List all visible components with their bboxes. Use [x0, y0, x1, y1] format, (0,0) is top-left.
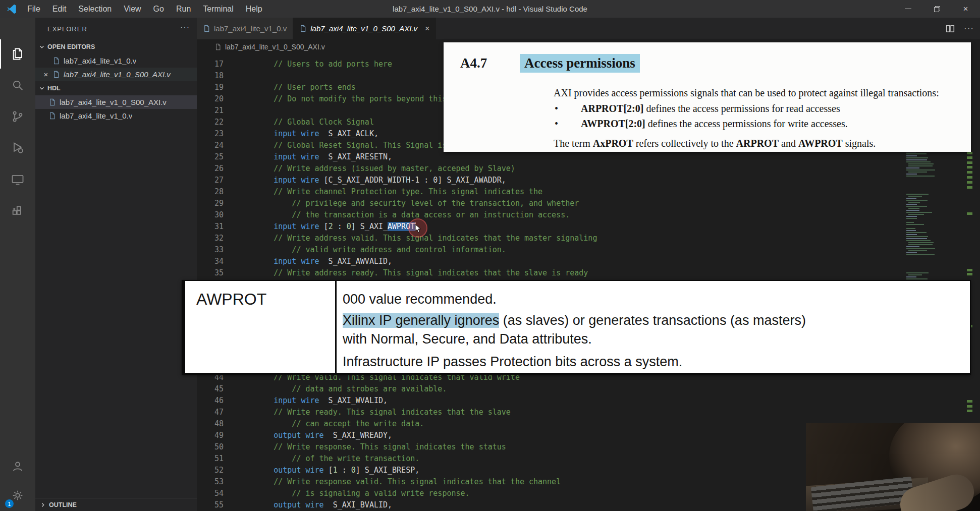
file-icon — [48, 112, 56, 120]
account-icon[interactable] — [0, 451, 35, 481]
close-tab-icon[interactable]: × — [425, 24, 429, 33]
chevron-down-icon — [38, 85, 45, 92]
chevron-right-icon — [39, 501, 46, 508]
tab-s00-axi[interactable]: lab7_axi4_lite_v1_0_S00_AXI.v × — [293, 18, 436, 39]
table-line-1: 000 value recommended. — [343, 292, 497, 307]
open-editor-item-active[interactable]: × lab7_axi4_lite_v1_0_S00_AXI.v — [35, 68, 197, 81]
tree-item-s00-axi[interactable]: lab7_axi4_lite_v1_0_S00_AXI.v — [35, 95, 197, 109]
open-editor-item[interactable]: lab7_axi4_lite_v1_0.v — [35, 54, 197, 68]
table-divider — [335, 281, 337, 373]
code-line[interactable]: 33 // valid write address and control in… — [197, 244, 980, 256]
cursor-arrow-icon — [415, 224, 423, 233]
code-line[interactable]: 25 input wire S_AXI_ARESETN, — [197, 151, 980, 163]
awprot-table-overlay: AWPROT 000 value recommended. Xilinx IP … — [182, 280, 971, 375]
mouse-cursor — [408, 218, 427, 238]
settings-gear-icon[interactable]: 1 — [0, 481, 35, 510]
menu-help[interactable]: Help — [240, 0, 268, 18]
extensions-icon[interactable] — [0, 197, 35, 226]
menu-run[interactable]: Run — [170, 0, 197, 18]
menubar: File Edit Selection View Go Run Terminal… — [21, 0, 268, 18]
search-icon[interactable] — [0, 71, 35, 100]
code-line[interactable]: 27 input wire [C_S_AXI_ADDR_WIDTH-1 : 0]… — [197, 175, 980, 186]
file-icon — [203, 25, 210, 32]
code-line[interactable]: 28 // Write channel Protection type. Thi… — [197, 186, 980, 198]
file-icon — [52, 71, 60, 78]
close-editor-icon[interactable]: × — [39, 70, 52, 79]
remote-explorer-icon[interactable] — [0, 165, 35, 194]
code-line[interactable]: 31 input wire [2 : 0] S_AXI_AWPROT, — [197, 221, 980, 233]
doc-bullet: •ARPROT[2:0] defines the access permissi… — [555, 103, 840, 115]
code-line[interactable]: 45 // data and strobes are available. — [197, 383, 980, 395]
minimize-button[interactable] — [894, 0, 922, 18]
webcam-overlay — [806, 423, 980, 511]
table-line-2: Xilinx IP generally ignores (as slaves) … — [343, 313, 806, 328]
menu-file[interactable]: File — [21, 0, 46, 18]
outline-section[interactable]: OUTLINE — [35, 498, 197, 511]
doc-intro-text: AXI provides access permissions signals … — [554, 87, 939, 99]
doc-section-number: A4.7 — [460, 55, 487, 71]
file-icon — [48, 98, 56, 106]
doc-footer-text: The term AxPROT refers collectively to t… — [554, 138, 876, 149]
code-line[interactable]: 29 // privilege and security level of th… — [197, 198, 980, 209]
source-control-icon[interactable] — [0, 102, 35, 131]
tab-bar: lab7_axi4_lite_v1_0.v lab7_axi4_lite_v1_… — [197, 18, 980, 39]
run-debug-icon[interactable] — [0, 133, 35, 162]
menu-view[interactable]: View — [118, 0, 147, 18]
code-line[interactable]: 47 // Write ready. This signal indicates… — [197, 407, 980, 418]
split-editor-icon[interactable] — [946, 24, 955, 33]
code-line[interactable]: 32 // Write address valid. This signal i… — [197, 233, 980, 244]
settings-badge: 1 — [5, 499, 14, 508]
sidebar-title: EXPLORER — [47, 25, 87, 40]
folder-hdl-section[interactable]: HDL — [35, 81, 197, 95]
code-line[interactable]: 35 // Write address ready. This signal i… — [197, 267, 980, 279]
table-signal-name: AWPROT — [196, 290, 266, 309]
activity-bar: 1 — [0, 18, 35, 511]
file-icon — [299, 25, 307, 32]
titlebar: File Edit Selection View Go Run Terminal… — [0, 0, 980, 18]
menu-edit[interactable]: Edit — [46, 0, 73, 18]
tree-item-top[interactable]: lab7_axi4_lite_v1_0.v — [35, 109, 197, 123]
spec-doc-overlay: A4.7 Access permissions AXI provides acc… — [444, 42, 971, 152]
explorer-actions-icon[interactable]: ··· — [180, 23, 190, 40]
restore-button[interactable] — [922, 0, 951, 18]
editor-more-actions-icon[interactable]: ··· — [964, 24, 974, 34]
vscode-window: File Edit Selection View Go Run Terminal… — [0, 0, 980, 511]
chevron-down-icon — [38, 43, 45, 50]
menu-selection[interactable]: Selection — [72, 0, 118, 18]
vscode-logo-icon — [6, 4, 17, 15]
table-highlighted-text: Xilinx IP generally ignores — [343, 313, 499, 328]
close-button[interactable]: × — [951, 0, 980, 18]
file-icon — [52, 57, 60, 65]
code-line[interactable]: 34 input wire S_AXI_AWVALID, — [197, 256, 980, 267]
code-line[interactable]: 46 input wire S_AXI_WVALID, — [197, 395, 980, 407]
menu-go[interactable]: Go — [147, 0, 170, 18]
code-line[interactable]: 30 // the transaction is a data access o… — [197, 209, 980, 221]
explorer-icon[interactable] — [0, 39, 35, 69]
window-controls: × — [894, 0, 980, 18]
tab-lab7-top[interactable]: lab7_axi4_lite_v1_0.v — [197, 18, 293, 39]
menu-terminal[interactable]: Terminal — [197, 0, 239, 18]
table-line-3: with Normal, Secure, and Data attributes… — [343, 331, 592, 347]
doc-heading-highlighted: Access permissions — [520, 54, 640, 73]
explorer-sidebar: EXPLORER ··· OPEN EDITORS lab7_axi4_lite… — [35, 18, 197, 511]
doc-bullet: •AWPROT[2:0] defines the access permissi… — [555, 118, 848, 130]
open-editors-section[interactable]: OPEN EDITORS — [35, 40, 197, 54]
file-icon — [214, 43, 222, 50]
code-line[interactable]: 26 // Write address (issued by master, a… — [197, 163, 980, 175]
table-line-4: Infrastructure IP passes Protection bits… — [343, 354, 682, 370]
